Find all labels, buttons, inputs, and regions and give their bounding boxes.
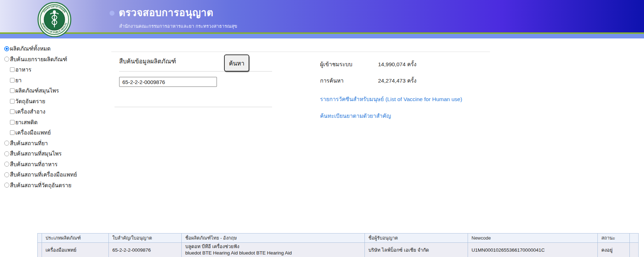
checkbox-icon[interactable] [10, 130, 15, 135]
sidebar-item-label: ผลิตภัณฑ์ทั้งหมด [10, 44, 50, 53]
page-subtitle: สำนักงานคณะกรรมการอาหารและยา กระทรวงสาธา… [119, 22, 237, 30]
sidebar-item-3[interactable]: ยา [4, 75, 102, 86]
sidebar-item-10[interactable]: สืบค้นสถานที่สมุนไพร [4, 148, 102, 159]
table-row[interactable]: เครื่องมือแพทย์ 65-2-2-2-0009876 บลูดอท … [38, 243, 639, 257]
sidebar-item-label: วัตถุอันตราย [15, 97, 45, 106]
drug-registry-link[interactable]: ค้นทะเบียนยาตามตัวยาสำคัญ [320, 111, 391, 120]
radio-icon[interactable] [4, 172, 9, 177]
radio-icon[interactable] [4, 57, 9, 62]
page-title: ตรวจสอบการอนุญาต [119, 5, 213, 20]
sidebar-item-12[interactable]: สืบค้นสถานที่เครื่องมือแพทย์ [4, 169, 102, 180]
checkbox-icon[interactable] [10, 78, 15, 83]
moph-seal-icon: กระทรวงสาธารณสุข MINISTRY OF PUBLIC HEAL… [37, 2, 72, 37]
col-license-no: ใบสำคัญ/ใบอนุญาต [109, 234, 182, 243]
cell-license-no: 65-2-2-2-0009876 [109, 243, 182, 257]
col-licensee: ชื่อผู้รับอนุญาต [365, 234, 468, 243]
sidebar-item-label: ยาเสพติด [15, 118, 38, 127]
cell-spacer-right [630, 243, 639, 257]
blue-divider [0, 34, 644, 38]
sidebar-item-4[interactable]: ผลิตภัณฑ์สมุนไพร [4, 85, 102, 96]
search-count-label: การค้นหา [320, 76, 344, 85]
header-spacer-right [630, 234, 639, 243]
sidebar-item-label: สืบค้นสถานที่เครื่องมือแพทย์ [10, 170, 77, 179]
moph-logo: กระทรวงสาธารณสุข MINISTRY OF PUBLIC HEAL… [37, 2, 72, 37]
product-name-en: bluedot BTE Hearing Aid bluedot BTE Hear… [185, 250, 361, 256]
checkbox-icon[interactable] [10, 88, 15, 93]
col-status: สถานะ [598, 234, 630, 243]
checkbox-icon[interactable] [10, 120, 15, 125]
sidebar-item-label: เครื่องมือแพทย์ [15, 128, 51, 137]
cell-spacer-left [38, 243, 42, 257]
col-product-name: ชื่อผลิตภัณฑ์ไทย - อังกฤษ [182, 234, 365, 243]
sidebar-item-5[interactable]: วัตถุอันตราย [4, 96, 102, 107]
cell-licensee: บริษัท ไลฟ์บ็อกซ์ เอเชีย จำกัด [365, 243, 468, 257]
checkbox-icon[interactable] [10, 109, 15, 114]
sidebar-item-label: เครื่องสำอาง [15, 107, 46, 116]
app-header [0, 0, 644, 32]
sidebar-item-7[interactable]: ยาเสพติด [4, 117, 102, 128]
results-table: ประเภทผลิตภัณฑ์ ใบสำคัญ/ใบอนุญาต ชื่อผลิ… [37, 233, 639, 257]
sidebar-item-9[interactable]: สืบค้นสถานที่ยา [4, 138, 102, 149]
cell-product-type: เครื่องมือแพทย์ [42, 243, 109, 257]
search-label: สืบค้นข้อมูลผลิตภัณฑ์ [119, 56, 176, 66]
checkbox-icon[interactable] [10, 99, 15, 104]
sidebar-item-6[interactable]: เครื่องสำอาง [4, 106, 102, 117]
col-newcode: Newcode [468, 234, 598, 243]
sidebar-item-1[interactable]: สืบค้นแยกรายผลิตภัณฑ์ [4, 54, 102, 65]
sidebar-item-label: อาหาร [15, 65, 31, 74]
sidebar-item-label: สืบค้นสถานที่ยา [10, 139, 48, 148]
sidebar-item-label: สืบค้นสถานที่วัตถุอันตราย [10, 181, 71, 190]
radio-icon[interactable] [4, 46, 9, 51]
visitors-value: 14,990,074 ครั้ง [378, 60, 416, 69]
sidebar-item-13[interactable]: สืบค้นสถานที่วัตถุอันตราย [4, 180, 102, 191]
cell-newcode: U1MN000102655366170000041C [468, 243, 598, 257]
radio-icon[interactable] [4, 183, 9, 188]
product-name-th: บลูดอท บีทีอี เครื่องช่วยฟัง [185, 243, 361, 250]
section-divider [111, 52, 490, 52]
checkbox-icon[interactable] [10, 67, 15, 72]
table-header-row: ประเภทผลิตภัณฑ์ ใบสำคัญ/ใบอนุญาต ชื่อผลิ… [38, 234, 639, 243]
search-input[interactable] [119, 77, 217, 87]
visitors-label: ผู้เข้าชมระบบ [320, 60, 352, 69]
search-count-value: 24,274,473 ครั้ง [378, 76, 416, 85]
vaccine-list-link[interactable]: รายการวัคซีนสำหรับมนุษย์ (List of Vaccin… [320, 95, 462, 104]
sidebar: ผลิตภัณฑ์ทั้งหมดสืบค้นแยกรายผลิตภัณฑ์อาห… [4, 43, 102, 190]
radio-icon[interactable] [4, 141, 9, 146]
sidebar-item-label: สืบค้นแยกรายผลิตภัณฑ์ [10, 55, 67, 64]
page: กระทรวงสาธารณสุข MINISTRY OF PUBLIC HEAL… [0, 0, 644, 257]
radio-icon[interactable] [4, 162, 9, 167]
search-label-underline [119, 71, 272, 72]
radio-icon[interactable] [4, 151, 9, 156]
title-bullet-icon [110, 11, 115, 16]
sidebar-item-0[interactable]: ผลิตภัณฑ์ทั้งหมด [4, 43, 102, 54]
cell-product-name: บลูดอท บีทีอี เครื่องช่วยฟัง bluedot BTE… [182, 243, 365, 257]
search-button[interactable]: ค้นหา [224, 54, 249, 72]
sidebar-item-label: ยา [15, 76, 22, 85]
sidebar-item-label: ผลิตภัณฑ์สมุนไพร [15, 86, 59, 95]
sidebar-item-label: สืบค้นสถานที่อาหาร [10, 160, 58, 169]
sidebar-item-11[interactable]: สืบค้นสถานที่อาหาร [4, 159, 102, 170]
cell-status: คงอยู่ [598, 243, 630, 257]
header-spacer-left [38, 234, 42, 243]
search-section-underline [115, 107, 272, 107]
sidebar-item-8[interactable]: เครื่องมือแพทย์ [4, 127, 102, 138]
col-product-type: ประเภทผลิตภัณฑ์ [42, 234, 109, 243]
sidebar-item-label: สืบค้นสถานที่สมุนไพร [10, 149, 62, 158]
sidebar-item-2[interactable]: อาหาร [4, 64, 102, 75]
